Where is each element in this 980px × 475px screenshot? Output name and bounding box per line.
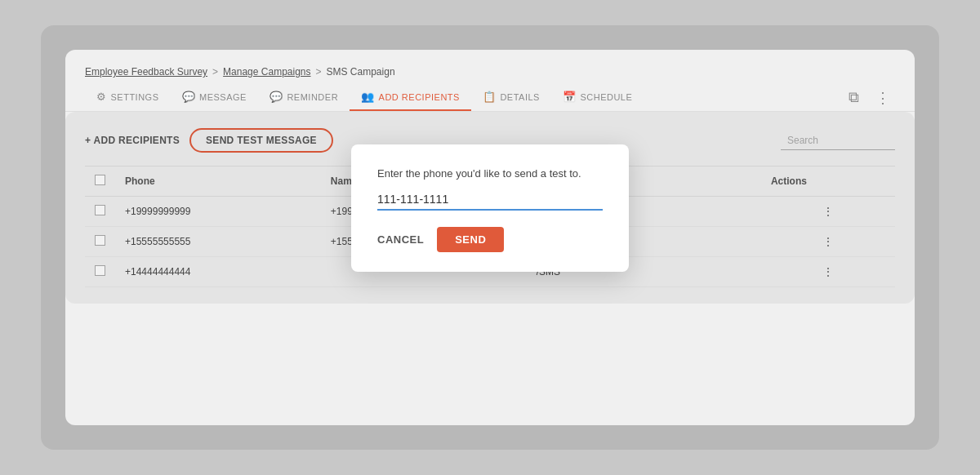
phone-input[interactable] bbox=[377, 189, 603, 211]
tab-reminder[interactable]: 💬 REMINDER bbox=[258, 84, 350, 111]
gear-icon: ⚙ bbox=[96, 91, 107, 103]
breadcrumb: Employee Feedback Survey > Manage Campai… bbox=[65, 50, 915, 78]
tab-add-recipients[interactable]: 👥 ADD RECIPIENTS bbox=[350, 84, 471, 111]
breadcrumb-sep-2: > bbox=[316, 66, 322, 78]
cancel-button[interactable]: CANCEL bbox=[377, 233, 424, 246]
tabs-bar: ⚙ SETTINGS 💬 MESSAGE 💬 REMINDER 👥 ADD RE… bbox=[65, 78, 915, 112]
more-options-button[interactable]: ⋮ bbox=[871, 86, 895, 110]
send-button[interactable]: SEND bbox=[437, 227, 504, 252]
message-icon: 💬 bbox=[182, 91, 196, 103]
outer-container: Employee Feedback Survey > Manage Campai… bbox=[41, 25, 939, 450]
breadcrumb-sep-1: > bbox=[212, 66, 218, 78]
reminder-icon: 💬 bbox=[270, 91, 283, 103]
tab-details[interactable]: 📋 DETAILS bbox=[471, 84, 551, 111]
content-area: + ADD RECIPIENTS SEND TEST MESSAGE Phone… bbox=[65, 112, 915, 304]
details-icon: 📋 bbox=[483, 91, 497, 103]
main-card: Employee Feedback Survey > Manage Campai… bbox=[65, 50, 915, 425]
send-test-dialog: Enter the phone you'd like to send a tes… bbox=[351, 144, 629, 272]
calendar-icon: 📅 bbox=[563, 91, 577, 103]
tab-reminder-label: REMINDER bbox=[287, 92, 338, 102]
tab-message[interactable]: 💬 MESSAGE bbox=[171, 84, 258, 111]
tabs-right: ⧉ ⋮ bbox=[844, 86, 895, 110]
tab-schedule-label: SCHEDULE bbox=[580, 92, 632, 102]
copy-button[interactable]: ⧉ bbox=[844, 86, 864, 109]
tab-settings-label: SETTINGS bbox=[111, 92, 159, 102]
dots-icon: ⋮ bbox=[875, 89, 890, 107]
tab-add-recipients-label: ADD RECIPIENTS bbox=[379, 92, 460, 102]
tab-message-label: MESSAGE bbox=[199, 92, 247, 102]
dialog-overlay: Enter the phone you'd like to send a tes… bbox=[65, 112, 915, 304]
copy-icon: ⧉ bbox=[849, 89, 859, 106]
tab-settings[interactable]: ⚙ SETTINGS bbox=[85, 84, 171, 111]
breadcrumb-link-campaigns[interactable]: Manage Campaigns bbox=[223, 66, 310, 78]
breadcrumb-current: SMS Campaign bbox=[327, 66, 395, 78]
people-icon: 👥 bbox=[361, 91, 375, 103]
tab-details-label: DETAILS bbox=[500, 92, 540, 102]
dialog-actions: CANCEL SEND bbox=[377, 227, 603, 252]
tab-schedule[interactable]: 📅 SCHEDULE bbox=[551, 84, 644, 111]
breadcrumb-link-survey[interactable]: Employee Feedback Survey bbox=[85, 66, 207, 78]
dialog-label: Enter the phone you'd like to send a tes… bbox=[377, 167, 603, 180]
